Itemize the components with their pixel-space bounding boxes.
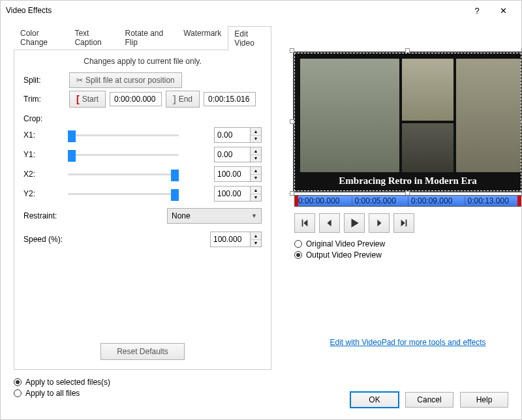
- speed-input[interactable]: ▲▼: [210, 232, 262, 247]
- titlebar: Video Effects ? ✕: [1, 1, 521, 20]
- y2-label: Y2:: [23, 189, 63, 198]
- crop-label: Crop:: [23, 114, 262, 123]
- crop-handle[interactable]: [290, 48, 294, 53]
- timeline-start-marker[interactable]: [295, 196, 298, 206]
- timeline-tick: 0:00:09.000: [408, 196, 465, 205]
- help-button[interactable]: Help: [460, 392, 508, 408]
- y1-value[interactable]: [215, 147, 250, 162]
- original-preview-radio[interactable]: Original Video Preview: [294, 239, 521, 248]
- original-preview-label: Original Video Preview: [306, 239, 385, 248]
- preview-caption: Embracing Retro in Modern Era: [295, 175, 521, 187]
- spin-up-icon[interactable]: ▲: [251, 187, 261, 194]
- x2-slider[interactable]: [68, 168, 179, 180]
- skip-start-button[interactable]: [294, 213, 315, 233]
- timeline-tick: 0:00:00.000: [295, 196, 352, 205]
- restraint-select[interactable]: None ▼: [167, 208, 262, 224]
- spin-up-icon[interactable]: ▲: [251, 147, 261, 155]
- bracket-start-icon: [: [76, 94, 80, 104]
- preview-pane: Embracing Retro in Modern Era 0:00:00.00…: [294, 53, 521, 347]
- x1-input[interactable]: ▲▼: [214, 127, 262, 143]
- preview-thumbnail: [300, 59, 399, 172]
- scissors-icon: ✂: [76, 76, 83, 85]
- x2-value[interactable]: [215, 167, 250, 181]
- trim-end-button[interactable]: ] End: [166, 91, 200, 108]
- spin-down-icon[interactable]: ▼: [251, 175, 261, 182]
- x1-slider[interactable]: [68, 129, 179, 141]
- videopad-link[interactable]: Edit with VideoPad for more tools and ef…: [330, 338, 485, 347]
- trim-start-time[interactable]: 0:00:00.000: [110, 92, 162, 106]
- preview-thumbnail: [456, 59, 521, 172]
- spin-up-icon[interactable]: ▲: [251, 232, 261, 240]
- x1-label: X1:: [23, 130, 63, 140]
- dialog-content: Color Change Text Caption Rotate and Fli…: [14, 25, 508, 406]
- tab-strip: Color Change Text Caption Rotate and Fli…: [14, 25, 271, 50]
- step-forward-button[interactable]: [369, 213, 390, 233]
- y1-label: Y1:: [23, 150, 63, 159]
- cancel-button[interactable]: Cancel: [405, 392, 453, 408]
- crop-handle[interactable]: [405, 48, 410, 53]
- preview-thumbnail: [402, 59, 453, 121]
- restraint-label: Restraint:: [23, 211, 115, 220]
- trim-start-button[interactable]: [ Start: [69, 91, 106, 108]
- ok-button[interactable]: OK: [350, 392, 399, 408]
- trim-label: Trim:: [23, 95, 69, 104]
- y1-input[interactable]: ▲▼: [214, 147, 262, 162]
- y2-slider[interactable]: [68, 188, 179, 200]
- output-preview-label: Output Video Preview: [306, 250, 382, 260]
- help-icon[interactable]: ?: [464, 1, 490, 20]
- timeline-tick: 0:00:13.000: [465, 196, 521, 205]
- preview-thumbnail: [402, 123, 453, 172]
- trim-start-label: Start: [82, 95, 99, 104]
- tab-text-caption[interactable]: Text Caption: [68, 25, 118, 50]
- chevron-down-icon: ▼: [251, 213, 257, 219]
- crop-handle[interactable]: [290, 191, 294, 196]
- speed-label: Speed (%):: [23, 235, 115, 244]
- y2-input[interactable]: ▲▼: [214, 186, 262, 202]
- y1-slider[interactable]: [68, 149, 179, 160]
- apply-selected-radio[interactable]: Apply to selected files(s): [14, 378, 508, 387]
- timeline-end-marker[interactable]: [517, 196, 521, 206]
- output-preview-radio[interactable]: Output Video Preview: [294, 250, 521, 260]
- x1-value[interactable]: [215, 128, 250, 142]
- skip-end-button[interactable]: [393, 213, 414, 233]
- video-preview[interactable]: Embracing Retro in Modern Era: [294, 53, 521, 191]
- dialog-buttons: OK Cancel Help: [350, 392, 508, 408]
- panel-note: Changes apply to current file only.: [23, 55, 262, 70]
- tab-watermark[interactable]: Watermark: [177, 25, 228, 50]
- bracket-end-icon: ]: [173, 94, 176, 104]
- reset-defaults-button[interactable]: Reset Defaults: [100, 343, 185, 360]
- tab-color-change[interactable]: Color Change: [14, 25, 68, 50]
- spin-down-icon[interactable]: ▼: [251, 240, 261, 247]
- spin-down-icon[interactable]: ▼: [251, 194, 261, 202]
- spin-down-icon[interactable]: ▼: [251, 136, 261, 143]
- transport-controls: [294, 213, 521, 233]
- window-title: Video Effects: [6, 6, 464, 15]
- x2-label: X2:: [23, 170, 63, 179]
- close-icon[interactable]: ✕: [490, 1, 516, 20]
- x2-input[interactable]: ▲▼: [214, 166, 262, 182]
- trim-end-time[interactable]: 0:00:15.016: [204, 92, 256, 106]
- split-button-label: Split file at cursor position: [85, 76, 175, 85]
- apply-all-label: Apply to all files: [25, 389, 80, 398]
- y2-value[interactable]: [215, 187, 250, 201]
- split-label: Split:: [23, 76, 69, 85]
- tab-rotate-flip[interactable]: Rotate and Flip: [118, 25, 177, 50]
- timeline[interactable]: 0:00:00.000 0:00:05.000 0:00:09.000 0:00…: [294, 195, 521, 207]
- step-back-button[interactable]: [319, 213, 340, 233]
- spin-down-icon[interactable]: ▼: [251, 155, 261, 162]
- trim-end-label: End: [179, 95, 192, 104]
- restraint-value: None: [172, 211, 191, 220]
- split-button[interactable]: ✂ Split file at cursor position: [69, 72, 182, 88]
- tab-edit-video[interactable]: Edit Video: [228, 26, 271, 50]
- preview-mode: Original Video Preview Output Video Prev…: [294, 239, 521, 260]
- crop-handle[interactable]: [290, 119, 294, 124]
- edit-video-panel: Changes apply to current file only. Spli…: [14, 50, 271, 370]
- apply-selected-label: Apply to selected files(s): [25, 378, 110, 387]
- timeline-tick: 0:00:05.000: [352, 196, 408, 205]
- spin-up-icon[interactable]: ▲: [251, 128, 261, 136]
- spin-up-icon[interactable]: ▲: [251, 167, 261, 175]
- speed-value[interactable]: [211, 232, 250, 247]
- play-button[interactable]: [344, 213, 365, 233]
- reset-defaults-label: Reset Defaults: [117, 347, 168, 356]
- video-effects-dialog: Video Effects ? ✕ Color Change Text Capt…: [0, 0, 522, 420]
